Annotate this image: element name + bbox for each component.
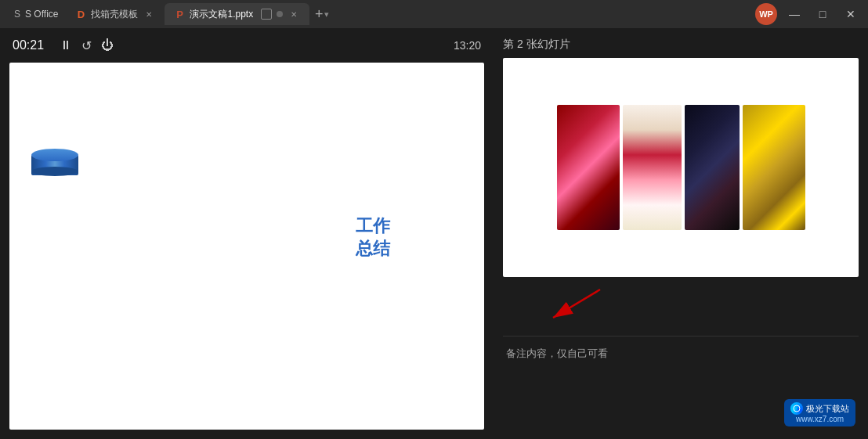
watermark-text: 极光下载站 <box>806 403 849 415</box>
time-elapsed: 00:21 <box>13 38 50 52</box>
office-icon: S <box>14 9 20 20</box>
main-area: 00:21 ⏸ ↺ ⏻ 13:20 工作 总结 第 2 张幻灯片 <box>0 28 868 439</box>
tab-template-label: 找箱壳模板 <box>91 8 138 21</box>
tab-pptx-close[interactable]: ✕ <box>288 8 300 20</box>
tab-pptx[interactable]: P 演示文稿1.pptx ✕ <box>165 3 309 25</box>
thumb-image-2 <box>623 105 682 230</box>
template-icon: D <box>75 9 86 20</box>
cylinder-top <box>31 149 78 161</box>
right-panel: 第 2 张幻灯片 备注内容，仅自己可看 <box>494 28 868 439</box>
tab-office[interactable]: S S Office <box>6 3 66 25</box>
slide-text: 工作 总结 <box>356 215 390 260</box>
notes-label: 备注内容，仅自己可看 <box>506 347 608 359</box>
thumbnail-images <box>544 92 818 243</box>
watermark-title: 极光下载站 <box>790 402 849 415</box>
close-button[interactable]: ✕ <box>840 3 862 25</box>
add-tab-button[interactable]: + ▾ <box>313 5 331 23</box>
slide-text-line2: 总结 <box>356 238 390 261</box>
slide-canvas: 工作 总结 <box>9 63 484 430</box>
divider <box>503 336 859 336</box>
time-remaining: 13:20 <box>454 39 481 52</box>
presenter-area: 00:21 ⏸ ↺ ⏻ 13:20 工作 总结 <box>0 28 494 439</box>
add-tab-chevron: ▾ <box>324 9 329 20</box>
thumb-image-4 <box>743 105 805 230</box>
thumb-image-1 <box>557 105 620 230</box>
cylinder-bottom <box>31 167 78 176</box>
arrow-area <box>503 277 859 333</box>
title-bar: S S Office D 找箱壳模板 ✕ P 演示文稿1.pptx ✕ + ▾ … <box>0 0 868 28</box>
slide-text-line1: 工作 <box>356 215 390 238</box>
annotation-arrow <box>506 283 647 326</box>
power-button[interactable]: ⏻ <box>101 38 114 52</box>
maximize-button[interactable]: □ <box>812 3 834 25</box>
svg-line-1 <box>553 290 600 318</box>
slide-number: 第 2 张幻灯片 <box>503 38 859 52</box>
minimize-button[interactable]: — <box>783 3 805 25</box>
watermark-url: www.xz7.com <box>796 415 844 423</box>
tab-template-close[interactable]: ✕ <box>143 8 155 20</box>
tab-office-label: S Office <box>25 9 58 20</box>
refresh-button[interactable]: ↺ <box>81 38 92 53</box>
cylinder-shape <box>31 149 78 176</box>
tab-dot <box>277 11 283 17</box>
user-avatar[interactable]: WP <box>755 3 777 25</box>
watermark: 极光下载站 www.xz7.com <box>784 399 855 426</box>
window-controls: WP — □ ✕ <box>755 3 862 25</box>
pause-button[interactable]: ⏸ <box>60 38 72 52</box>
tab-pptx-label: 演示文稿1.pptx <box>190 8 253 21</box>
monitor-icon <box>261 9 272 20</box>
slide-thumbnail <box>503 58 859 277</box>
controls-bar: 00:21 ⏸ ↺ ⏻ 13:20 <box>0 28 494 63</box>
thumb-image-3 <box>685 105 740 230</box>
add-tab-icon: + <box>315 6 324 23</box>
watermark-icon <box>790 402 803 415</box>
tab-template[interactable]: D 找箱壳模板 ✕ <box>66 3 165 25</box>
pptx-icon: P <box>174 9 185 20</box>
